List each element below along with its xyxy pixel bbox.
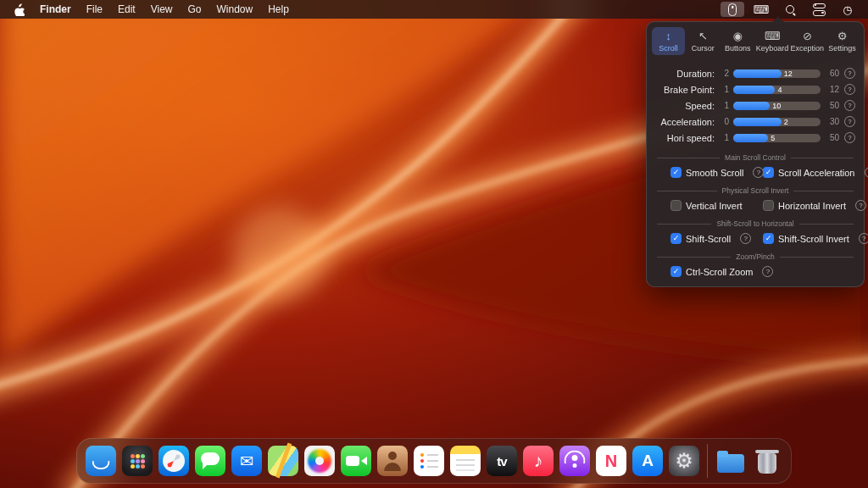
dock-item-app-store[interactable] (632, 446, 663, 476)
dock-item-music[interactable] (523, 446, 554, 476)
toggles-icon (813, 3, 826, 16)
dock-item-podcasts[interactable] (559, 446, 590, 476)
checkbox-scroll-acceleration[interactable]: Scroll Acceleration (763, 167, 855, 178)
mos-mouse-icon[interactable] (721, 2, 744, 17)
dock-item-tv[interactable] (487, 446, 517, 476)
section-title: Shift-Scroll to Horizontal (716, 219, 793, 228)
brake-point-slider[interactable]: 4 (733, 86, 821, 94)
help-icon[interactable] (844, 100, 855, 111)
slider-fill (733, 118, 782, 126)
dock-item-messages[interactable] (195, 446, 225, 476)
mouse-icon (728, 3, 737, 16)
checkbox[interactable] (670, 266, 682, 277)
menu-item-window[interactable]: Window (210, 2, 260, 17)
slider-fill (733, 134, 768, 142)
control-center-icon[interactable] (807, 2, 831, 17)
help-icon[interactable] (855, 200, 866, 211)
checkbox-vertical-invert[interactable]: Vertical Invert (670, 200, 763, 211)
tab-scroll[interactable]: ↕ Scroll (652, 27, 685, 55)
menu-item-view[interactable]: View (144, 2, 180, 17)
tab-keyboard[interactable]: ⌨ Keyboard (756, 27, 789, 55)
slider-min: 1 (719, 85, 729, 94)
help-icon[interactable] (844, 116, 855, 127)
dock-item-mail[interactable] (231, 446, 262, 476)
popover-tabs: ↕ Scroll ↖ Cursor ◉ Buttons ⌨ Keyboard ⊘… (647, 22, 864, 59)
checkbox-row: Shift-Scroll Shift-Scroll Invert (647, 230, 864, 247)
menu-item-edit[interactable]: Edit (111, 2, 142, 17)
slider-value: 12 (784, 69, 793, 78)
dock-item-notes[interactable] (450, 446, 481, 476)
tab-cursor[interactable]: ↖ Cursor (687, 27, 720, 55)
cursor-icon: ↖ (698, 30, 708, 42)
dock-item-news[interactable] (596, 446, 626, 476)
checkbox[interactable] (763, 233, 774, 244)
duration-slider[interactable]: 12 (733, 69, 821, 78)
section-divider-physical-invert: Physical Scroll Invert (657, 186, 854, 195)
clock-icon[interactable]: ◷ (836, 2, 860, 17)
checkbox[interactable] (763, 167, 774, 178)
dock-item-reminders[interactable] (414, 446, 444, 476)
spotlight-icon[interactable] (778, 2, 802, 17)
tab-exception[interactable]: ⊘ Exception (791, 27, 825, 55)
checkbox-label: Ctrl-Scroll Zoom (686, 267, 753, 277)
help-icon[interactable] (844, 132, 855, 143)
checkbox-shift-scroll-invert[interactable]: Shift-Scroll Invert (763, 233, 855, 244)
exception-icon: ⊘ (803, 30, 812, 42)
tab-label: Buttons (725, 44, 751, 53)
tab-settings[interactable]: ⚙ Settings (826, 27, 859, 55)
apple-icon (14, 3, 25, 16)
checkbox-shift-scroll[interactable]: Shift-Scroll (670, 233, 763, 244)
checkbox-label: Vertical Invert (686, 201, 743, 211)
speed-slider[interactable]: 10 (733, 102, 821, 110)
section-title: Physical Scroll Invert (722, 186, 789, 195)
dock (76, 438, 792, 484)
dock-item-facetime[interactable] (341, 446, 371, 476)
gear-icon: ⚙ (837, 30, 848, 42)
dock-item-launchpad[interactable] (122, 446, 153, 476)
tab-label: Settings (828, 44, 856, 53)
dock-item-system-settings[interactable] (669, 446, 699, 476)
help-icon[interactable] (740, 233, 751, 244)
slider-row-acceleration: Acceleration: 0 2 30 (654, 114, 855, 130)
slider-max: 30 (825, 117, 839, 126)
checkbox-horizontal-invert[interactable]: Horizontal Invert (763, 200, 855, 211)
dock-item-safari[interactable] (159, 446, 189, 476)
slider-row-brake-point: Brake Point: 1 4 12 (654, 81, 855, 97)
acceleration-slider[interactable]: 2 (733, 118, 821, 126)
checkbox-label: Shift-Scroll Invert (778, 234, 849, 244)
slider-min: 1 (719, 133, 729, 142)
help-icon[interactable] (844, 68, 855, 79)
checkbox[interactable] (763, 200, 774, 211)
slider-min: 1 (719, 101, 729, 110)
slider-value: 2 (784, 118, 788, 126)
checkbox[interactable] (670, 200, 682, 211)
apple-menu[interactable] (10, 3, 31, 16)
dock-item-photos[interactable] (304, 446, 335, 476)
help-icon[interactable] (844, 84, 855, 95)
menu-item-go[interactable]: Go (181, 2, 209, 17)
dock-item-contacts[interactable] (377, 446, 408, 476)
dock-item-maps[interactable] (268, 446, 298, 476)
checkbox[interactable] (670, 233, 682, 244)
hori-speed-slider[interactable]: 5 (733, 134, 821, 142)
checkbox-row: Ctrl-Scroll Zoom (647, 263, 864, 280)
slider-max: 12 (825, 85, 839, 94)
checkbox[interactable] (670, 167, 682, 178)
slider-fill (733, 86, 775, 94)
help-icon[interactable] (859, 233, 868, 244)
checkbox-smooth-scroll[interactable]: Smooth Scroll (670, 167, 763, 178)
tab-buttons[interactable]: ◉ Buttons (721, 27, 754, 55)
magnifier-icon (786, 5, 794, 14)
tab-label: Exception (791, 44, 825, 53)
dock-item-finder[interactable] (86, 446, 116, 476)
dock-item-trash[interactable] (752, 446, 782, 476)
menu-app-name[interactable]: Finder (33, 2, 78, 17)
checkbox-ctrl-scroll-zoom[interactable]: Ctrl-Scroll Zoom (670, 266, 763, 277)
menu-item-help[interactable]: Help (261, 2, 296, 17)
menu-item-file[interactable]: File (80, 2, 109, 17)
slider-fill (733, 102, 770, 110)
help-icon[interactable] (762, 266, 773, 277)
keyboard-glyph: ⌨ (754, 4, 770, 15)
keyboard-icon[interactable]: ⌨ (749, 2, 773, 17)
dock-item-downloads[interactable] (715, 446, 746, 476)
